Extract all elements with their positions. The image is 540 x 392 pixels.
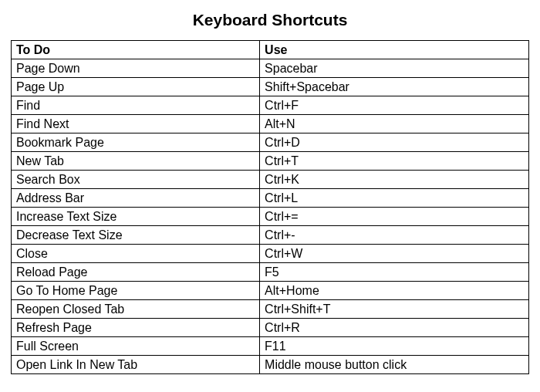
table-row: Page UpShift+Spacebar bbox=[12, 78, 529, 96]
cell-action: Find Next bbox=[12, 115, 260, 133]
table-row: Bookmark PageCtrl+D bbox=[12, 133, 529, 152]
table-row: Increase Text SizeCtrl+= bbox=[12, 208, 529, 226]
cell-key: Ctrl+L bbox=[260, 189, 529, 208]
cell-key: Ctrl+D bbox=[260, 133, 529, 152]
cell-action: Go To Home Page bbox=[12, 282, 260, 300]
cell-action: Refresh Page bbox=[12, 319, 260, 337]
table-row: CloseCtrl+W bbox=[12, 245, 529, 263]
table-row: Full ScreenF11 bbox=[12, 337, 529, 356]
cell-action: Reopen Closed Tab bbox=[12, 300, 260, 319]
cell-key: F11 bbox=[260, 337, 529, 356]
cell-key: Alt+Home bbox=[260, 282, 529, 300]
cell-key: F5 bbox=[260, 263, 529, 282]
cell-key: Ctrl+K bbox=[260, 171, 529, 189]
table-row: Open Link In New TabMiddle mouse button … bbox=[12, 356, 529, 374]
page-title: Keyboard Shortcuts bbox=[11, 11, 529, 29]
table-row: Address BarCtrl+L bbox=[12, 189, 529, 208]
cell-key: Ctrl+- bbox=[260, 226, 529, 245]
cell-action: Page Up bbox=[12, 78, 260, 96]
cell-key: Ctrl+T bbox=[260, 152, 529, 171]
table-row: Reopen Closed TabCtrl+Shift+T bbox=[12, 300, 529, 319]
cell-action: Bookmark Page bbox=[12, 133, 260, 152]
cell-action: Decrease Text Size bbox=[12, 226, 260, 245]
cell-key: Ctrl+= bbox=[260, 208, 529, 226]
table-row: Reload PageF5 bbox=[12, 263, 529, 282]
table-row: New TabCtrl+T bbox=[12, 152, 529, 171]
table-row: Search BoxCtrl+K bbox=[12, 171, 529, 189]
cell-action: New Tab bbox=[12, 152, 260, 171]
cell-key: Ctrl+R bbox=[260, 319, 529, 337]
cell-action: Search Box bbox=[12, 171, 260, 189]
cell-key: Ctrl+Shift+T bbox=[260, 300, 529, 319]
cell-action: Page Down bbox=[12, 59, 260, 78]
cell-key: Ctrl+W bbox=[260, 245, 529, 263]
shortcuts-table: To Do Use Page DownSpacebarPage UpShift+… bbox=[11, 40, 529, 374]
table-row: Page DownSpacebar bbox=[12, 59, 529, 78]
table-row: Refresh PageCtrl+R bbox=[12, 319, 529, 337]
cell-action: Find bbox=[12, 96, 260, 115]
table-row: Find NextAlt+N bbox=[12, 115, 529, 133]
cell-key: Ctrl+F bbox=[260, 96, 529, 115]
cell-key: Alt+N bbox=[260, 115, 529, 133]
table-row: Decrease Text SizeCtrl+- bbox=[12, 226, 529, 245]
cell-key: Middle mouse button click bbox=[260, 356, 529, 374]
cell-key: Shift+Spacebar bbox=[260, 78, 529, 96]
table-header-action: To Do bbox=[12, 41, 260, 59]
cell-action: Open Link In New Tab bbox=[12, 356, 260, 374]
cell-action: Full Screen bbox=[12, 337, 260, 356]
table-header-row: To Do Use bbox=[12, 41, 529, 59]
cell-action: Increase Text Size bbox=[12, 208, 260, 226]
cell-action: Close bbox=[12, 245, 260, 263]
table-row: Go To Home PageAlt+Home bbox=[12, 282, 529, 300]
table-header-key: Use bbox=[260, 41, 529, 59]
cell-key: Spacebar bbox=[260, 59, 529, 78]
cell-action: Reload Page bbox=[12, 263, 260, 282]
table-row: FindCtrl+F bbox=[12, 96, 529, 115]
cell-action: Address Bar bbox=[12, 189, 260, 208]
